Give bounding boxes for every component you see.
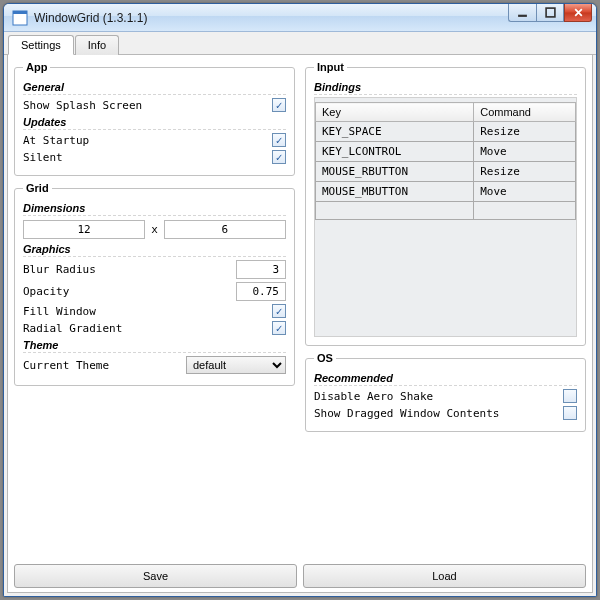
bindings-grid[interactable]: Key Command KEY_SPACEResize KEY_LCONTROL… [314, 97, 577, 337]
maximize-button[interactable] [536, 4, 564, 22]
save-button[interactable]: Save [14, 564, 297, 588]
section-bindings: Bindings [314, 81, 577, 95]
section-theme: Theme [23, 339, 286, 353]
button-row: Save Load [14, 564, 586, 588]
at-startup-checkbox[interactable] [272, 133, 286, 147]
section-graphics: Graphics [23, 243, 286, 257]
show-splash-label: Show Splash Screen [23, 99, 272, 112]
table-row: KEY_SPACEResize [316, 122, 576, 142]
app-icon [12, 10, 28, 26]
section-recommended: Recommended [314, 372, 577, 386]
tab-info[interactable]: Info [75, 35, 119, 55]
group-app: App General Show Splash Screen Updates A… [14, 61, 295, 176]
svg-rect-1 [13, 11, 27, 14]
right-column: Input Bindings Key Command KEY_SPACEResi… [305, 61, 586, 560]
silent-label: Silent [23, 151, 272, 164]
disable-aero-shake-checkbox[interactable] [563, 389, 577, 403]
titlebar[interactable]: WindowGrid (1.3.1.1) [4, 4, 596, 32]
group-grid: Grid Dimensions 12 x 6 Graphics Blur Rad… [14, 182, 295, 386]
blur-radius-label: Blur Radius [23, 263, 236, 276]
svg-rect-3 [546, 8, 555, 17]
tabs-strip: Settings Info [4, 32, 596, 55]
radial-gradient-label: Radial Gradient [23, 322, 272, 335]
show-dragged-label: Show Dragged Window Contents [314, 407, 563, 420]
bindings-col-key[interactable]: Key [316, 103, 474, 122]
show-splash-checkbox[interactable] [272, 98, 286, 112]
group-os: OS Recommended Disable Aero Shake Show D… [305, 352, 586, 432]
show-dragged-checkbox[interactable] [563, 406, 577, 420]
table-row: KEY_LCONTROLMove [316, 142, 576, 162]
section-updates: Updates [23, 116, 286, 130]
load-button[interactable]: Load [303, 564, 586, 588]
group-input-legend: Input [314, 61, 347, 73]
blur-radius-input[interactable]: 3 [236, 260, 286, 279]
grid-rows-input[interactable]: 6 [164, 220, 286, 239]
current-theme-label: Current Theme [23, 359, 186, 372]
current-theme-select[interactable]: default [186, 356, 286, 374]
group-app-legend: App [23, 61, 50, 73]
grid-cols-input[interactable]: 12 [23, 220, 145, 239]
group-grid-legend: Grid [23, 182, 52, 194]
section-dimensions: Dimensions [23, 202, 286, 216]
table-row: MOUSE_RBUTTONResize [316, 162, 576, 182]
window-title: WindowGrid (1.3.1.1) [34, 11, 147, 25]
disable-aero-shake-label: Disable Aero Shake [314, 390, 563, 403]
left-column: App General Show Splash Screen Updates A… [14, 61, 295, 560]
tab-settings[interactable]: Settings [8, 35, 74, 55]
group-input: Input Bindings Key Command KEY_SPACEResi… [305, 61, 586, 346]
fill-window-checkbox[interactable] [272, 304, 286, 318]
opacity-label: Opacity [23, 285, 236, 298]
table-row [316, 202, 576, 220]
bindings-col-command[interactable]: Command [474, 103, 576, 122]
group-os-legend: OS [314, 352, 336, 364]
close-button[interactable] [564, 4, 592, 22]
tab-content-settings: App General Show Splash Screen Updates A… [7, 55, 593, 593]
client-area: Settings Info App General Show Splash Sc… [4, 32, 596, 596]
silent-checkbox[interactable] [272, 150, 286, 164]
dims-separator: x [151, 223, 158, 236]
section-general: General [23, 81, 286, 95]
svg-rect-2 [518, 15, 527, 17]
window-frame: WindowGrid (1.3.1.1) Settings Info App G… [3, 3, 597, 597]
opacity-input[interactable]: 0.75 [236, 282, 286, 301]
at-startup-label: At Startup [23, 134, 272, 147]
radial-gradient-checkbox[interactable] [272, 321, 286, 335]
table-row: MOUSE_MBUTTONMove [316, 182, 576, 202]
minimize-button[interactable] [508, 4, 536, 22]
window-controls [508, 4, 592, 22]
fill-window-label: Fill Window [23, 305, 272, 318]
